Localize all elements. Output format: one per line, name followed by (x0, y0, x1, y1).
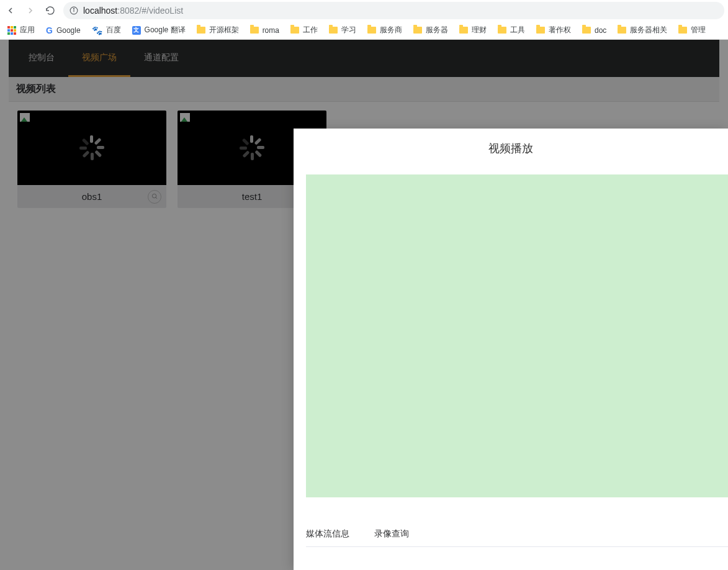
folder-icon (618, 27, 626, 34)
google-icon: G (46, 25, 53, 35)
bookmark-folder[interactable]: 服务器 (413, 25, 448, 35)
video-thumbnail (17, 111, 166, 185)
bookmark-folder[interactable]: 工作 (290, 25, 318, 35)
reload-button[interactable] (43, 4, 57, 17)
svg-line-4 (155, 197, 156, 199)
tab-video-square[interactable]: 视频广场 (68, 40, 130, 77)
bookmark-folder[interactable]: 工具 (498, 25, 525, 35)
page-content: 控制台 视频广场 通道配置 视频列表 obs1 (0, 40, 728, 570)
browser-toolbar: localhost:8082/#/videoList (0, 0, 728, 21)
tab-stream-info[interactable]: 媒体流信息 (306, 522, 349, 546)
video-title: test1 (242, 191, 263, 202)
bookmark-folder[interactable]: 管理 (678, 25, 706, 35)
forward-button[interactable] (24, 4, 37, 17)
svg-point-3 (152, 194, 156, 197)
magnify-icon (151, 193, 158, 200)
folder-icon (678, 27, 687, 34)
video-player-area[interactable] (306, 174, 728, 497)
back-button[interactable] (4, 4, 17, 17)
drawer-title: 视频播放 (306, 141, 728, 156)
folder-icon (197, 27, 205, 34)
url-text: localhost:8082/#/videoList (83, 6, 183, 16)
loading-spinner-icon (240, 135, 264, 160)
folder-icon (250, 27, 259, 34)
broken-image-icon (180, 113, 190, 122)
drawer-tabs: 媒体流信息 录像查询 (306, 522, 728, 547)
translate-icon: 文 (132, 26, 141, 35)
video-drawer: 视频播放 媒体流信息 录像查询 (294, 129, 728, 570)
loading-spinner-icon (79, 135, 104, 160)
folder-icon (536, 27, 545, 34)
info-icon (70, 6, 78, 15)
bookmark-folder[interactable]: 理财 (459, 25, 487, 35)
bookmark-folder[interactable]: 服务商 (367, 25, 402, 35)
tab-channel-config[interactable]: 通道配置 (130, 40, 192, 77)
bookmark-folder[interactable]: doc (582, 26, 606, 35)
apps-icon (7, 26, 16, 35)
bookmark-folder[interactable]: 服务器相关 (618, 25, 667, 35)
bookmark-google[interactable]: G Google (46, 25, 81, 35)
folder-icon (329, 27, 338, 34)
video-card[interactable]: obs1 (17, 111, 166, 208)
zoom-button[interactable] (148, 190, 161, 204)
bookmark-baidu[interactable]: 🐾 百度 (92, 25, 121, 35)
bookmark-folder[interactable]: roma (250, 26, 279, 35)
broken-image-icon (20, 113, 30, 122)
list-header: 视频列表 (9, 77, 719, 102)
folder-icon (582, 27, 591, 34)
bookmark-folder[interactable]: 开源框架 (197, 25, 239, 35)
tab-console[interactable]: 控制台 (15, 40, 68, 77)
video-title: obs1 (82, 191, 102, 202)
folder-icon (498, 27, 506, 34)
app-nav: 控制台 视频广场 通道配置 (9, 40, 719, 77)
folder-icon (413, 27, 422, 34)
address-bar[interactable]: localhost:8082/#/videoList (63, 2, 724, 19)
folder-icon (290, 27, 299, 34)
svg-point-2 (73, 9, 74, 9)
baidu-icon: 🐾 (92, 25, 102, 35)
bookmark-apps[interactable]: 应用 (7, 25, 35, 35)
folder-icon (459, 27, 468, 34)
bookmark-google-translate[interactable]: 文 Google 翻译 (132, 25, 186, 35)
bookmarks-bar: 应用 G Google 🐾 百度 文 Google 翻译 开源框架 roma 工… (0, 21, 728, 40)
video-card-footer: obs1 (17, 185, 166, 208)
bookmark-folder[interactable]: 著作权 (536, 25, 571, 35)
folder-icon (367, 27, 376, 34)
tab-record-query[interactable]: 录像查询 (374, 522, 409, 546)
bookmark-folder[interactable]: 学习 (329, 25, 356, 35)
